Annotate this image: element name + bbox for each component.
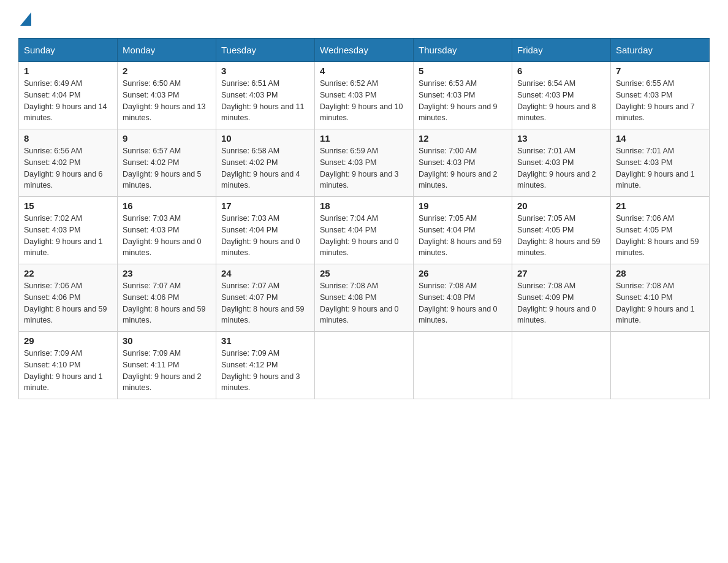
calendar-cell: 14 Sunrise: 7:01 AM Sunset: 4:03 PM Dayl… (611, 129, 710, 197)
sunset-time: Sunset: 4:09 PM (517, 293, 574, 302)
daylight-duration: Daylight: 9 hours and 14 minutes. (24, 102, 107, 123)
sunset-time: Sunset: 4:04 PM (221, 226, 278, 234)
day-number: 6 (517, 66, 605, 76)
sunset-time: Sunset: 4:02 PM (221, 158, 278, 167)
sunrise-time: Sunrise: 6:51 AM (221, 79, 279, 88)
daylight-duration: Daylight: 9 hours and 13 minutes. (123, 102, 206, 123)
day-number: 25 (320, 268, 408, 278)
day-info: Sunrise: 7:09 AM Sunset: 4:10 PM Dayligh… (24, 348, 112, 394)
calendar-cell: 5 Sunrise: 6:53 AM Sunset: 4:03 PM Dayli… (414, 62, 512, 129)
daylight-duration: Daylight: 9 hours and 9 minutes. (419, 102, 498, 123)
sunrise-time: Sunrise: 6:58 AM (221, 147, 279, 155)
sunset-time: Sunset: 4:10 PM (24, 361, 80, 369)
day-info: Sunrise: 7:08 AM Sunset: 4:10 PM Dayligh… (616, 280, 704, 326)
daylight-duration: Daylight: 9 hours and 0 minutes. (517, 305, 596, 325)
sunrise-time: Sunrise: 7:01 AM (616, 147, 674, 155)
sunrise-time: Sunrise: 7:01 AM (517, 147, 575, 155)
day-info: Sunrise: 7:08 AM Sunset: 4:09 PM Dayligh… (517, 280, 605, 326)
day-number: 18 (320, 201, 408, 211)
calendar-cell: 26 Sunrise: 7:08 AM Sunset: 4:08 PM Dayl… (414, 264, 512, 332)
day-number: 16 (123, 201, 211, 211)
day-info: Sunrise: 7:09 AM Sunset: 4:11 PM Dayligh… (123, 348, 211, 394)
page-header (18, 12, 710, 26)
sunset-time: Sunset: 4:03 PM (419, 91, 475, 99)
day-number: 30 (123, 335, 211, 346)
calendar-cell: 13 Sunrise: 7:01 AM Sunset: 4:03 PM Dayl… (512, 129, 611, 197)
sunrise-time: Sunrise: 7:07 AM (123, 282, 181, 290)
sunset-time: Sunset: 4:05 PM (616, 226, 672, 234)
sunrise-time: Sunrise: 6:49 AM (24, 79, 82, 88)
col-thursday: Thursday (414, 39, 512, 62)
logo (18, 12, 32, 26)
calendar-cell: 28 Sunrise: 7:08 AM Sunset: 4:10 PM Dayl… (611, 264, 710, 332)
sunset-time: Sunset: 4:02 PM (123, 158, 179, 167)
calendar-week-row: 22 Sunrise: 7:06 AM Sunset: 4:06 PM Dayl… (19, 264, 710, 332)
calendar-cell: 25 Sunrise: 7:08 AM Sunset: 4:08 PM Dayl… (315, 264, 414, 332)
sunset-time: Sunset: 4:06 PM (24, 293, 80, 302)
sunrise-time: Sunrise: 7:06 AM (616, 214, 674, 223)
day-info: Sunrise: 6:57 AM Sunset: 4:02 PM Dayligh… (123, 145, 211, 191)
sunset-time: Sunset: 4:04 PM (419, 226, 475, 234)
sunset-time: Sunset: 4:03 PM (419, 158, 475, 167)
daylight-duration: Daylight: 8 hours and 59 minutes. (24, 305, 107, 325)
sunset-time: Sunset: 4:03 PM (221, 91, 278, 99)
calendar-cell: 9 Sunrise: 6:57 AM Sunset: 4:02 PM Dayli… (118, 129, 216, 197)
day-number: 31 (221, 335, 309, 346)
day-info: Sunrise: 6:53 AM Sunset: 4:03 PM Dayligh… (419, 78, 507, 124)
daylight-duration: Daylight: 9 hours and 8 minutes. (517, 102, 596, 123)
sunset-time: Sunset: 4:03 PM (517, 91, 574, 99)
sunrise-time: Sunrise: 6:54 AM (517, 79, 575, 88)
col-monday: Monday (118, 39, 216, 62)
daylight-duration: Daylight: 8 hours and 59 minutes. (616, 237, 699, 258)
calendar-cell: 2 Sunrise: 6:50 AM Sunset: 4:03 PM Dayli… (118, 62, 216, 129)
day-info: Sunrise: 7:08 AM Sunset: 4:08 PM Dayligh… (320, 280, 408, 326)
sunrise-time: Sunrise: 7:08 AM (320, 282, 378, 290)
sunset-time: Sunset: 4:03 PM (517, 158, 574, 167)
calendar-cell: 4 Sunrise: 6:52 AM Sunset: 4:03 PM Dayli… (315, 62, 414, 129)
sunrise-time: Sunrise: 7:04 AM (320, 214, 378, 223)
day-number: 19 (419, 201, 507, 211)
day-info: Sunrise: 7:03 AM Sunset: 4:03 PM Dayligh… (123, 213, 211, 259)
day-number: 8 (24, 133, 112, 144)
calendar-cell: 23 Sunrise: 7:07 AM Sunset: 4:06 PM Dayl… (118, 264, 216, 332)
daylight-duration: Daylight: 8 hours and 59 minutes. (517, 237, 601, 258)
col-wednesday: Wednesday (315, 39, 414, 62)
col-friday: Friday (512, 39, 611, 62)
calendar-cell: 18 Sunrise: 7:04 AM Sunset: 4:04 PM Dayl… (315, 197, 414, 264)
day-info: Sunrise: 7:01 AM Sunset: 4:03 PM Dayligh… (517, 145, 605, 191)
calendar-cell (512, 332, 611, 399)
daylight-duration: Daylight: 8 hours and 59 minutes. (221, 305, 305, 325)
day-info: Sunrise: 6:49 AM Sunset: 4:04 PM Dayligh… (24, 78, 112, 124)
day-number: 24 (221, 268, 309, 278)
daylight-duration: Daylight: 9 hours and 2 minutes. (419, 170, 498, 190)
sunset-time: Sunset: 4:03 PM (123, 226, 179, 234)
sunrise-time: Sunrise: 6:53 AM (419, 79, 477, 88)
calendar-cell: 30 Sunrise: 7:09 AM Sunset: 4:11 PM Dayl… (118, 332, 216, 399)
day-number: 12 (419, 133, 507, 144)
sunrise-time: Sunrise: 7:09 AM (123, 349, 181, 358)
calendar-cell (315, 332, 414, 399)
sunset-time: Sunset: 4:06 PM (123, 293, 179, 302)
calendar-week-row: 15 Sunrise: 7:02 AM Sunset: 4:03 PM Dayl… (19, 197, 710, 264)
day-number: 28 (616, 268, 704, 278)
sunset-time: Sunset: 4:02 PM (24, 158, 80, 167)
sunset-time: Sunset: 4:10 PM (616, 293, 672, 302)
day-info: Sunrise: 7:09 AM Sunset: 4:12 PM Dayligh… (221, 348, 309, 394)
day-number: 2 (123, 66, 211, 76)
calendar-cell (611, 332, 710, 399)
sunset-time: Sunset: 4:03 PM (616, 158, 672, 167)
calendar-cell: 6 Sunrise: 6:54 AM Sunset: 4:03 PM Dayli… (512, 62, 611, 129)
sunset-time: Sunset: 4:07 PM (221, 293, 278, 302)
sunset-time: Sunset: 4:04 PM (320, 226, 376, 234)
day-number: 15 (24, 201, 112, 211)
sunrise-time: Sunrise: 6:52 AM (320, 79, 378, 88)
day-info: Sunrise: 7:06 AM Sunset: 4:05 PM Dayligh… (616, 213, 704, 259)
calendar-cell: 21 Sunrise: 7:06 AM Sunset: 4:05 PM Dayl… (611, 197, 710, 264)
day-number: 7 (616, 66, 704, 76)
day-number: 4 (320, 66, 408, 76)
daylight-duration: Daylight: 9 hours and 3 minutes. (221, 372, 300, 393)
day-info: Sunrise: 6:59 AM Sunset: 4:03 PM Dayligh… (320, 145, 408, 191)
col-sunday: Sunday (19, 39, 118, 62)
daylight-duration: Daylight: 9 hours and 10 minutes. (320, 102, 403, 123)
sunrise-time: Sunrise: 7:08 AM (616, 282, 674, 290)
